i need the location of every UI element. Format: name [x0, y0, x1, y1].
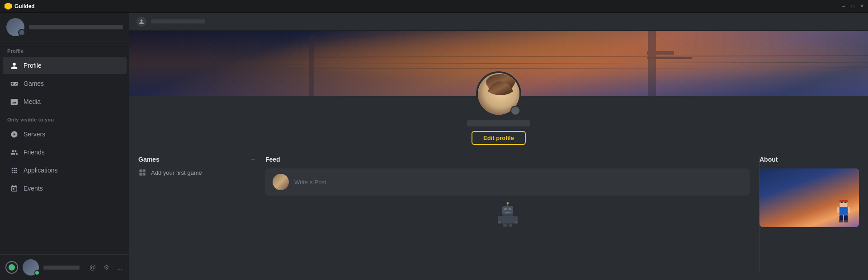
user-icon: [10, 61, 18, 70]
games-section: Games → Add your first game: [138, 156, 256, 273]
sidebar-item-servers[interactable]: Servers: [3, 126, 127, 143]
add-game-icon: [138, 168, 146, 177]
sidebar-item-friends-label: Friends: [24, 149, 45, 156]
maximize-button[interactable]: □: [850, 4, 855, 9]
svg-rect-13: [143, 173, 146, 176]
feed-section-header: Feed: [265, 156, 750, 163]
app-container: Profile Profile Games Media Only visible…: [0, 13, 868, 280]
svg-rect-12: [139, 173, 142, 176]
edit-profile-button[interactable]: Edit profile: [472, 131, 526, 145]
settings-button[interactable]: ⚙: [102, 263, 110, 271]
svg-rect-5: [647, 51, 674, 55]
more-options-button[interactable]: ...: [116, 263, 124, 271]
svg-rect-10: [139, 169, 142, 172]
friends-icon: [10, 148, 18, 156]
about-section-header: About: [760, 156, 859, 163]
sidebar-user-header[interactable]: [0, 13, 129, 42]
feed-section-title: Feed: [265, 156, 280, 163]
games-section-title: Games: [138, 156, 160, 163]
svg-rect-15: [504, 208, 507, 210]
games-arrow-icon[interactable]: →: [250, 156, 256, 163]
servers-icon: [10, 130, 18, 138]
sidebar-item-applications[interactable]: Applications: [3, 162, 127, 179]
sidebar-item-games-label: Games: [24, 80, 44, 87]
svg-rect-25: [503, 224, 507, 227]
svg-rect-36: [839, 220, 843, 223]
gamepad-icon: [10, 79, 18, 88]
sidebar-item-events[interactable]: Events: [3, 180, 127, 197]
sidebar-item-servers-label: Servers: [24, 131, 45, 138]
about-thumbnail: [760, 168, 859, 227]
about-section-title: About: [760, 156, 778, 163]
guilded-icon: [5, 3, 12, 10]
svg-rect-26: [509, 224, 512, 227]
bottom-avatar: [23, 259, 39, 275]
sidebar-item-friends[interactable]: Friends: [3, 144, 127, 161]
username-display: [29, 25, 123, 29]
online-status-dot: [34, 270, 40, 275]
main-content: Edit profile Games →: [129, 13, 868, 280]
svg-rect-23: [498, 221, 501, 224]
add-first-game-button[interactable]: Add your first game: [138, 168, 256, 177]
calendar-icon: [10, 184, 18, 192]
image-icon: [10, 98, 18, 106]
sidebar-item-media-label: Media: [24, 98, 41, 105]
games-section-header: Games →: [138, 156, 256, 163]
svg-rect-24: [514, 221, 518, 224]
feed-empty-state: [265, 201, 750, 228]
post-avatar-image: [273, 174, 289, 190]
svg-rect-33: [848, 207, 850, 213]
profile-info: Edit profile: [129, 118, 868, 149]
add-first-game-label: Add your first game: [151, 169, 202, 176]
sidebar-item-games[interactable]: Games: [3, 75, 127, 92]
app-name: Guilded: [14, 3, 35, 9]
profile-topbar-avatar-icon: [137, 17, 146, 27]
sidebar-item-media[interactable]: Media: [3, 93, 127, 110]
svg-rect-35: [844, 215, 848, 221]
avatar: [6, 18, 24, 36]
profile-avatar-section: [129, 71, 868, 118]
svg-rect-16: [509, 208, 511, 210]
sidebar: Profile Profile Games Media Only visible…: [0, 13, 129, 280]
svg-line-1: [129, 62, 868, 65]
profile-content: Games → Add your first game: [129, 149, 868, 280]
svg-rect-14: [502, 206, 513, 215]
sidebar-item-profile[interactable]: Profile: [3, 57, 127, 74]
svg-line-2: [129, 68, 868, 69]
feed-section: Feed Write a Post: [265, 156, 750, 273]
svg-rect-32: [837, 207, 840, 213]
svg-rect-34: [840, 215, 843, 221]
svg-point-19: [507, 202, 509, 205]
svg-rect-22: [514, 216, 518, 222]
sidebar-section-private-label: Only visible to you: [0, 111, 129, 125]
avatar-status: [18, 29, 25, 36]
divider-games-feed: [256, 156, 256, 273]
close-button[interactable]: ✕: [859, 4, 864, 9]
roblox-character-art: [837, 200, 850, 225]
svg-rect-37: [844, 220, 848, 223]
svg-rect-30: [840, 200, 848, 202]
svg-rect-21: [498, 216, 501, 222]
profile-username: [467, 120, 530, 126]
about-section: About: [760, 156, 859, 273]
sidebar-item-events-label: Events: [24, 185, 43, 192]
titlebar: Guilded − □ ✕: [0, 0, 868, 13]
app-logo: Guilded: [5, 3, 35, 10]
profile-avatar-container: [476, 71, 521, 117]
robot-icon: [494, 201, 521, 228]
sidebar-item-applications-label: Applications: [24, 167, 58, 174]
applications-icon: [10, 166, 18, 174]
sidebar-item-profile-label: Profile: [24, 62, 42, 69]
profile-avatar-edit-dot[interactable]: [510, 106, 520, 116]
minimize-button[interactable]: −: [841, 4, 846, 9]
svg-rect-17: [505, 212, 510, 213]
sidebar-bottom-bar: @ ⚙ ...: [0, 254, 129, 280]
at-mention-button[interactable]: @: [89, 263, 97, 271]
svg-rect-6: [647, 57, 692, 59]
post-avatar: [273, 174, 289, 190]
status-circle-button[interactable]: [5, 261, 18, 274]
write-post-box[interactable]: Write a Post: [265, 168, 750, 196]
profile-topbar: [129, 13, 868, 31]
profile-topbar-username: [151, 19, 205, 23]
write-post-placeholder: Write a Post: [294, 179, 326, 186]
